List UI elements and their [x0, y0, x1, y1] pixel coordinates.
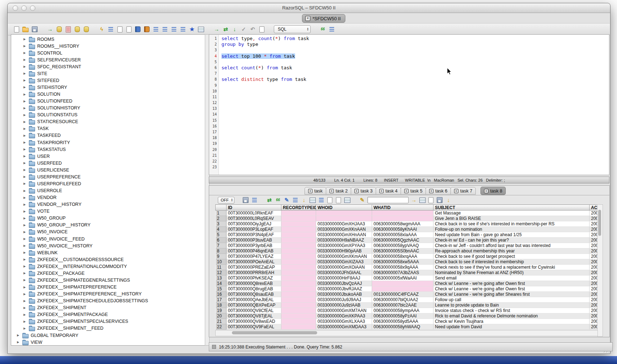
cell[interactable]: 00T3000000OiyJgEAJ [226, 221, 281, 227]
cell[interactable]: 006300000058xw5AAA [372, 259, 433, 265]
results-tab-task[interactable]: ×task [305, 187, 326, 195]
cell[interactable]: 0033000000GmXHnAAN [316, 232, 372, 238]
sidebar-item-global temporary[interactable]: ▶GLOBAL TEMPORARY [17, 332, 78, 339]
save-file-icon[interactable] [436, 197, 443, 204]
cell[interactable]: 0033000000H9i0pAAB [316, 248, 372, 254]
sidebar-item-userprofilefeed[interactable]: ▶USERPROFILEFEED [23, 180, 81, 187]
cell[interactable]: 200 [590, 232, 597, 238]
cell[interactable]: 200 [590, 303, 597, 308]
sidebar-item-w50_invoice__feed[interactable]: ▶W50_INVOICE__FEED [23, 235, 85, 242]
sidebar-item-vote[interactable]: ▶VOTE [23, 208, 49, 215]
cell[interactable]: 0033000000GmXKmAAN [316, 254, 372, 259]
cell[interactable] [281, 232, 316, 238]
cell[interactable]: 0033000000GmXPYAA3 [316, 243, 372, 248]
cell[interactable] [281, 259, 316, 265]
disclosure-triangle-icon[interactable]: ▶ [23, 299, 27, 303]
disclosure-triangle-icon[interactable]: ▶ [23, 51, 27, 55]
cell[interactable]: 0033000000GmXOiAAN [316, 265, 372, 270]
disclosure-triangle-icon[interactable]: ▶ [23, 148, 27, 151]
disclosure-triangle-icon[interactable]: ▶ [23, 44, 27, 48]
table-row[interactable]: 500T3000000P3N4pEAF0033000000GmXHnAAN006… [216, 232, 597, 238]
column-header-SUBJECT[interactable]: SUBJECT [433, 205, 590, 211]
disclosure-triangle-icon[interactable]: ▶ [23, 292, 27, 296]
sidebar-item-zkfedex__package[interactable]: ▶ZKFEDEX__PACKAGE [23, 270, 85, 277]
import-alert-icon[interactable] [56, 26, 62, 33]
table-row[interactable]: 1300T3000000PfvKSEAZ0033000000HirF8AAJ00… [216, 276, 597, 281]
copy-pages-icon[interactable] [335, 197, 342, 204]
cell[interactable]: 0033000000HirF8AAJ [316, 276, 372, 281]
disclosure-triangle-icon[interactable]: ▶ [23, 58, 27, 61]
commit-check-icon[interactable]: ✓ [240, 26, 247, 33]
cell[interactable]: 0033000000GmXKPAA3 [316, 313, 372, 319]
results-horizontal-scrollbar[interactable] [215, 330, 598, 336]
cell[interactable]: Check-in w/ Ed - can he join this year? [433, 238, 590, 243]
view-glasses-icon[interactable]: 66 [275, 197, 281, 204]
filter-edit-icon[interactable] [251, 197, 258, 204]
table-row[interactable]: 100T3000000L0RknEAFGet Massage200 [216, 211, 597, 216]
cell[interactable] [281, 265, 316, 270]
column-header-ID[interactable]: ID [226, 205, 281, 211]
sidebar-item-sfdc_registrant[interactable]: ▶SFDC_REGISTRANT [23, 63, 81, 70]
cell[interactable]: 200 [590, 238, 597, 243]
disclosure-triangle-icon[interactable]: ▶ [23, 313, 27, 316]
sidebar-item-scontrol[interactable]: ▶SCONTROL [23, 49, 62, 56]
table-row[interactable]: 1200T3000000PRR8rEAH0033000000JFhGlAAL00… [216, 270, 597, 276]
sidebar-item-user[interactable]: ▶USER [23, 153, 50, 160]
close-results-tab-icon[interactable]: × [429, 189, 433, 193]
copy-table-icon[interactable] [65, 26, 72, 33]
cell[interactable]: 00T3000000P3LopEAF [226, 227, 281, 232]
disclosure-triangle-icon[interactable]: ▶ [23, 120, 27, 124]
table-row[interactable]: 1400T3000000Q8rexEAB0033000000JbvQzAAJCh… [216, 281, 597, 286]
cell[interactable]: 00630000007blc2AAE [372, 303, 433, 308]
cell[interactable]: 0033000000GmXMDAA3 [316, 324, 372, 330]
cell[interactable]: 006300000058ympAAA [372, 308, 433, 313]
table-row[interactable]: 300T3000000OiyJgEAJ0033000000GmXHJAA3006… [216, 221, 597, 227]
cell[interactable]: 00T3000000PREZaEAP [226, 265, 281, 270]
cell[interactable]: 00630000007A3bZAAS [372, 270, 433, 276]
cell[interactable]: Re-approach about membership this year [433, 248, 590, 254]
cell[interactable]: 0033000000JbvRJAAZ [316, 286, 372, 292]
cell[interactable] [281, 297, 316, 303]
sidebar-item-zkfedex__shipmentpackage[interactable]: ▶ZKFEDEX__SHIPMENTPACKAGE [23, 311, 108, 318]
cell[interactable]: 200 [590, 259, 597, 265]
cell[interactable]: 0033000000GmXIZAA3 [316, 259, 372, 265]
cell[interactable]: 0033000000GmXM7AAN [316, 308, 372, 313]
cell[interactable]: 200 [590, 254, 597, 259]
table-row[interactable]: 900T3000000P47LYEAZ0033000000GmXKmAAN006… [216, 254, 597, 259]
sidebar-item-vendor__history[interactable]: ▶VENDOR__HISTORY [23, 201, 82, 208]
guide-book-blue-icon[interactable] [134, 26, 141, 33]
results-tab-task-2[interactable]: ×task 2 [326, 187, 351, 195]
cell[interactable]: 00T3000000P3tuvEAB [226, 238, 281, 243]
cell[interactable]: Check back to see if good target prospec… [433, 254, 590, 259]
table-row[interactable]: 700T3000000P3yrbEAB0033000000GmXPYAA3006… [216, 243, 597, 248]
cell[interactable]: 0033000000GmXHJAA3 [316, 221, 372, 227]
cell[interactable]: 200 [590, 227, 597, 232]
cell[interactable]: Give Jenn a BIG RAISE [433, 216, 590, 221]
table-row[interactable]: 2200T3000000QV9FaEAL0033000000GmXMDAA300… [216, 324, 597, 330]
cell[interactable] [281, 286, 316, 292]
describe-form-icon[interactable] [107, 26, 114, 33]
sidebar-item-taskfeed[interactable]: ▶TASKFEED [23, 132, 61, 139]
table-row[interactable]: 1900T3000000QV8CfEAL0033000000GmXM7AAN00… [216, 308, 597, 313]
sidebar-item-w50_invoice[interactable]: ▶W50_INVOICE [23, 229, 68, 235]
cell[interactable]: 00T3000000POeAnEAL [226, 259, 281, 265]
sidebar-item-sitehistory[interactable]: ▶SITEHISTORY [23, 84, 67, 91]
table-row[interactable]: 200T3000000L0RqSEAVGive Jenn a BIG RAISE… [216, 216, 597, 221]
disclosure-triangle-icon[interactable]: ▶ [23, 86, 27, 89]
sidebar-item-view[interactable]: ▶VIEW [17, 339, 42, 346]
cell[interactable]: 006300000058ypVAAQ [372, 243, 433, 248]
cell[interactable]: Need update from Bain - gave go ahead 1/… [433, 232, 590, 238]
open-file-icon[interactable] [22, 26, 29, 33]
cell[interactable]: 006300000058x9qAAA [372, 265, 433, 270]
run-fetch-icon[interactable]: ↓ [231, 26, 238, 33]
cell[interactable]: 200 [590, 265, 597, 270]
sidebar-item-w50_group__history[interactable]: ▶W50_GROUP__HISTORY [23, 222, 91, 229]
cell[interactable]: 00T3000000QV8wsEAD [226, 319, 281, 324]
disclosure-triangle-icon[interactable]: ▶ [23, 230, 27, 234]
table-row[interactable]: 1100T3000000PREZaEAP0033000000GmXOiAAN00… [216, 265, 597, 270]
table-row[interactable]: 2000T3000000QV8TjEAL0033000000GmXKPAA300… [216, 313, 597, 319]
refresh-results-icon[interactable]: ⇄ [266, 197, 273, 204]
horizontal-scroll-thumb[interactable] [232, 331, 317, 334]
cell[interactable]: 00630000005QgzhAAC [372, 238, 433, 243]
tree-view-icon[interactable] [292, 197, 299, 204]
